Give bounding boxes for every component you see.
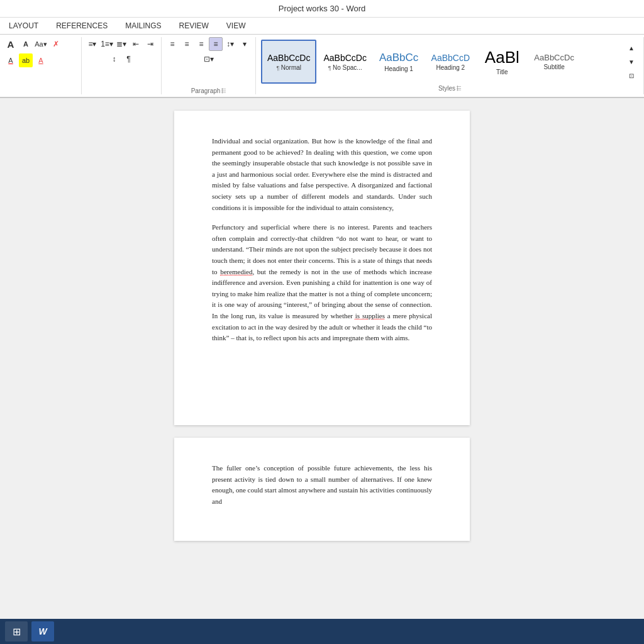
ribbon: A A Aa▾ ✗ A ab A ≡▾ 1≡▾ ≣▾ ⇤ bbox=[0, 35, 644, 98]
list-top-row: ≡▾ 1≡▾ ≣▾ ⇤ ⇥ bbox=[86, 37, 157, 51]
paragraph-group-label: Paragraph ⬱ bbox=[165, 86, 252, 94]
paragraph-expand-icon[interactable]: ⬱ bbox=[221, 88, 226, 94]
style-title-preview: AaBl bbox=[485, 48, 519, 67]
tab-references[interactable]: REFERENCES bbox=[47, 18, 116, 34]
tab-mailings[interactable]: MAILINGS bbox=[116, 18, 170, 34]
align-justify-btn[interactable]: ≡ bbox=[209, 37, 223, 51]
paragraph-1-text: Individual and social organization. But … bbox=[212, 137, 432, 211]
font-color-row: A ab A bbox=[4, 53, 48, 67]
line-spacing-btn[interactable]: ↕▾ bbox=[223, 37, 237, 51]
font-shrink-btn[interactable]: A bbox=[19, 37, 33, 51]
paragraph-3: The fuller one’s conception of possible … bbox=[212, 463, 432, 507]
shading-btn[interactable]: ▾ bbox=[238, 37, 252, 51]
styles-group-label: Styles ⬱ bbox=[261, 84, 638, 92]
style-heading2[interactable]: AaBbCcD Heading 2 bbox=[425, 40, 475, 84]
style-normal-label: ¶ Normal bbox=[276, 64, 301, 71]
style-no-space[interactable]: AaBbCcDc ¶ No Spac... bbox=[318, 40, 372, 84]
styles-more-btn[interactable]: ⊡ bbox=[625, 69, 638, 82]
doc-page-1-content: Individual and social organization. But … bbox=[212, 136, 432, 344]
border-btn[interactable]: ⊡▾ bbox=[202, 52, 216, 66]
tab-view[interactable]: VIEW bbox=[218, 18, 255, 34]
style-nospace-preview: AaBbCcDc bbox=[323, 53, 366, 63]
styles-list: AaBbCcDc ¶ Normal AaBbCcDc ¶ No Spac... … bbox=[261, 40, 638, 84]
tab-layout[interactable]: LAYOUT bbox=[0, 18, 47, 34]
ribbon-tabs: LAYOUT REFERENCES MAILINGS REVIEW VIEW bbox=[0, 18, 644, 35]
styles-expand-icon[interactable]: ⬱ bbox=[457, 86, 461, 92]
align-right-btn[interactable]: ≡ bbox=[194, 37, 208, 51]
doc-page-2-content: The fuller one’s conception of possible … bbox=[212, 463, 432, 507]
font-grow-btn[interactable]: A bbox=[4, 37, 18, 51]
document-area: Individual and social organization. But … bbox=[0, 98, 644, 629]
font-bg-btn[interactable]: A bbox=[34, 53, 48, 67]
bullet-list-btn[interactable]: ≡▾ bbox=[86, 37, 99, 51]
list-group: ≡▾ 1≡▾ ≣▾ ⇤ ⇥ ↕ ¶ bbox=[82, 37, 162, 94]
highlight-btn[interactable]: ab bbox=[19, 53, 33, 67]
windows-icon: ⊞ bbox=[13, 626, 21, 638]
paragraph-2: Perfunctory and superficial where there … bbox=[212, 222, 432, 344]
style-title[interactable]: AaBl Title bbox=[477, 40, 527, 84]
title-bar: Project works 30 - Word bbox=[0, 0, 644, 18]
styles-scroll-down-btn[interactable]: ▼ bbox=[625, 55, 638, 69]
styles-scroll: AaBbCcDc ¶ Normal AaBbCcDc ¶ No Spac... … bbox=[261, 40, 622, 84]
paragraph-3-text: The fuller one’s conception of possible … bbox=[212, 464, 432, 505]
paragraph-format-group: ≡ ≡ ≡ ≡ ↕▾ ▾ ⊡▾ Paragraph ⬱ bbox=[162, 37, 256, 94]
style-subtitle-preview: AaBbCcDc bbox=[534, 53, 574, 62]
paragraph-1: Individual and social organization. But … bbox=[212, 136, 432, 213]
border-row: ⊡▾ bbox=[202, 52, 216, 66]
style-h1-label: Heading 1 bbox=[384, 65, 413, 72]
style-nospace-label: ¶ No Spac... bbox=[328, 64, 362, 71]
font-size-row: A A Aa▾ ✗ bbox=[4, 37, 63, 51]
tab-review[interactable]: REVIEW bbox=[170, 18, 218, 34]
clear-format-btn[interactable]: ✗ bbox=[49, 37, 63, 51]
word-icon: W bbox=[38, 626, 47, 636]
style-h2-preview: AaBbCcD bbox=[431, 53, 470, 63]
title-bar-text: Project works 30 - Word bbox=[279, 4, 365, 13]
font-color-btn[interactable]: A bbox=[4, 53, 18, 67]
multilevel-list-btn[interactable]: ≣▾ bbox=[114, 37, 128, 51]
align-center-btn[interactable]: ≡ bbox=[180, 37, 194, 51]
style-normal[interactable]: AaBbCcDc ¶ Normal bbox=[261, 40, 316, 84]
document-page-1[interactable]: Individual and social organization. But … bbox=[174, 111, 470, 425]
align-row: ≡ ≡ ≡ ≡ ↕▾ ▾ bbox=[165, 37, 252, 51]
decrease-indent-btn[interactable]: ⇤ bbox=[129, 37, 143, 51]
style-h2-label: Heading 2 bbox=[436, 64, 465, 71]
font-case-btn[interactable]: Aa▾ bbox=[34, 37, 48, 51]
align-left-btn[interactable]: ≡ bbox=[165, 37, 179, 51]
style-normal-preview: AaBbCcDc bbox=[267, 53, 310, 63]
taskbar: ⊞ W bbox=[0, 619, 644, 644]
paragraph-2-underline2: is supplies bbox=[355, 312, 385, 319]
list-bottom-row: ↕ ¶ bbox=[108, 52, 136, 66]
style-subtitle-label: Subtitle bbox=[543, 64, 564, 70]
increase-indent-btn[interactable]: ⇥ bbox=[143, 37, 157, 51]
styles-group: AaBbCcDc ¶ Normal AaBbCcDc ¶ No Spac... … bbox=[256, 37, 644, 94]
windows-start-btn[interactable]: ⊞ bbox=[5, 621, 28, 641]
style-title-label: Title bbox=[496, 69, 508, 75]
document-page-2[interactable]: The fuller one’s conception of possible … bbox=[174, 438, 470, 541]
word-taskbar-btn[interactable]: W bbox=[31, 621, 54, 641]
numbered-list-btn[interactable]: 1≡▾ bbox=[100, 37, 114, 51]
paragraph-2-underline1: beremedied bbox=[220, 268, 252, 275]
font-group: A A Aa▾ ✗ A ab A bbox=[0, 37, 82, 94]
font-group-label bbox=[4, 86, 77, 94]
style-heading1[interactable]: AaBbCc Heading 1 bbox=[374, 40, 424, 84]
pilcrow-btn[interactable]: ¶ bbox=[122, 52, 136, 66]
sort-btn[interactable]: ↕ bbox=[108, 52, 121, 66]
style-subtitle[interactable]: AaBbCcDc Subtitle bbox=[528, 40, 580, 84]
list-group-label bbox=[86, 86, 157, 94]
style-h1-preview: AaBbCc bbox=[379, 52, 418, 64]
styles-scroll-up-btn[interactable]: ▲ bbox=[625, 41, 638, 55]
